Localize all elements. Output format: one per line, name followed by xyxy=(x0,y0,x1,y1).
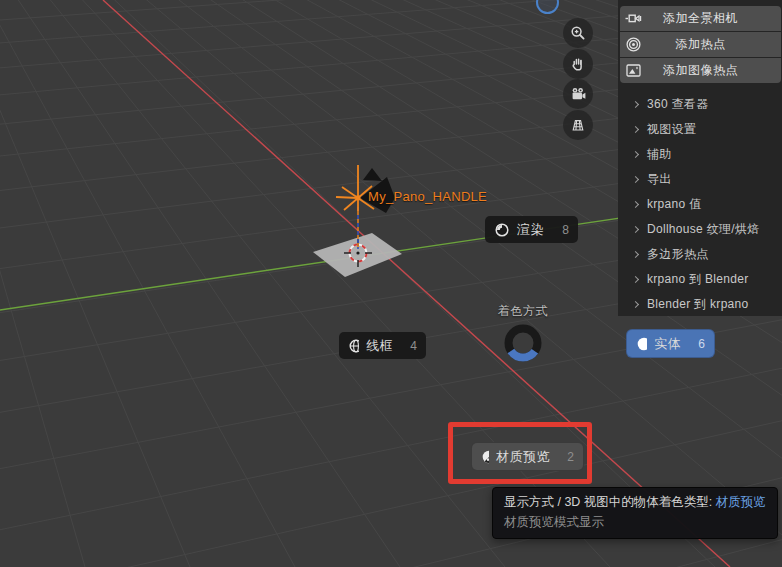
section-view-settings[interactable]: 视图设置 xyxy=(618,117,782,142)
section-krpano-to-blender[interactable]: krpano 到 Blender xyxy=(618,267,782,292)
section-360-viewer[interactable]: 360 查看器 xyxy=(618,92,782,117)
section-blender-to-krpano[interactable]: Blender 到 krpano xyxy=(618,292,782,317)
chevron-right-icon xyxy=(632,301,639,308)
rendered-sphere-icon xyxy=(494,222,510,238)
sidebar-panel: 添加全景相机 添加热点 添加图像热点 xyxy=(618,0,782,316)
add-hotspot-label: 添加热点 xyxy=(676,36,726,53)
add-panorama-camera-label: 添加全景相机 xyxy=(663,10,738,27)
add-hotspot-button[interactable]: 添加热点 xyxy=(620,32,781,57)
zoom-button[interactable] xyxy=(563,18,593,48)
section-export[interactable]: 导出 xyxy=(618,167,782,192)
chevron-right-icon xyxy=(632,226,639,233)
chevron-right-icon xyxy=(632,276,639,283)
add-panorama-camera-button[interactable]: 添加全景相机 xyxy=(620,6,781,31)
add-image-hotspot-button[interactable]: 添加图像热点 xyxy=(620,58,781,83)
tooltip-description: 显示方式 / 3D 视图中的物体着色类型: xyxy=(504,495,716,509)
camera-view-button[interactable] xyxy=(563,79,593,109)
movie-camera-icon xyxy=(570,86,587,102)
wireframe-sphere-icon xyxy=(348,338,359,354)
chevron-right-icon xyxy=(632,151,639,158)
grid-plane-icon xyxy=(570,117,586,133)
sidebar-sections: 360 查看器 视图设置 辅助 导出 krpano 值 Dollhouse 纹理… xyxy=(618,92,782,317)
pie-item-rendered[interactable]: 渲染 8 xyxy=(485,216,578,243)
tooltip-secondary: 材质预览模式显示 xyxy=(504,514,766,531)
section-auxiliary[interactable]: 辅助 xyxy=(618,142,782,167)
section-krpano-value[interactable]: krpano 值 xyxy=(618,192,782,217)
shortcut-key: 6 xyxy=(688,337,705,351)
tooltip: 显示方式 / 3D 视图中的物体着色类型: 材质预览 材质预览模式显示 xyxy=(492,487,778,539)
chevron-right-icon xyxy=(632,126,639,133)
section-polygon-hotspot[interactable]: 多边形热点 xyxy=(618,242,782,267)
pie-menu-center-ring xyxy=(501,321,545,365)
object-name-label: My_Pano_HANDLE xyxy=(368,189,487,204)
magnifier-plus-icon xyxy=(570,25,586,41)
hand-icon xyxy=(570,56,586,72)
blender-3d-viewport: My_Pano_HANDLE xyxy=(0,0,782,567)
chevron-right-icon xyxy=(632,251,639,258)
pan-button[interactable] xyxy=(563,49,593,79)
chevron-right-icon xyxy=(632,201,639,208)
solid-sphere-icon xyxy=(636,336,647,352)
image-hotspot-icon xyxy=(625,62,642,79)
shortcut-key: 4 xyxy=(400,339,417,353)
chevron-right-icon xyxy=(632,176,639,183)
pie-item-solid-selected[interactable]: 实体 6 xyxy=(627,330,714,357)
annotation-red-box xyxy=(448,422,592,484)
shortcut-key: 8 xyxy=(552,223,569,237)
pie-item-wireframe[interactable]: 线框 4 xyxy=(339,332,426,359)
add-image-hotspot-label: 添加图像热点 xyxy=(663,62,738,79)
chevron-right-icon xyxy=(632,101,639,108)
tooltip-value: 材质预览 xyxy=(716,495,766,509)
hotspot-icon xyxy=(625,36,642,53)
sidebar-action-buttons: 添加全景相机 添加热点 添加图像热点 xyxy=(620,6,781,83)
pie-menu-title: 着色方式 xyxy=(463,303,583,320)
panorama-camera-icon xyxy=(625,10,642,27)
section-dollhouse-texture-bake[interactable]: Dollhouse 纹理/烘焙 xyxy=(618,217,782,242)
perspective-toggle-button[interactable] xyxy=(563,110,593,140)
